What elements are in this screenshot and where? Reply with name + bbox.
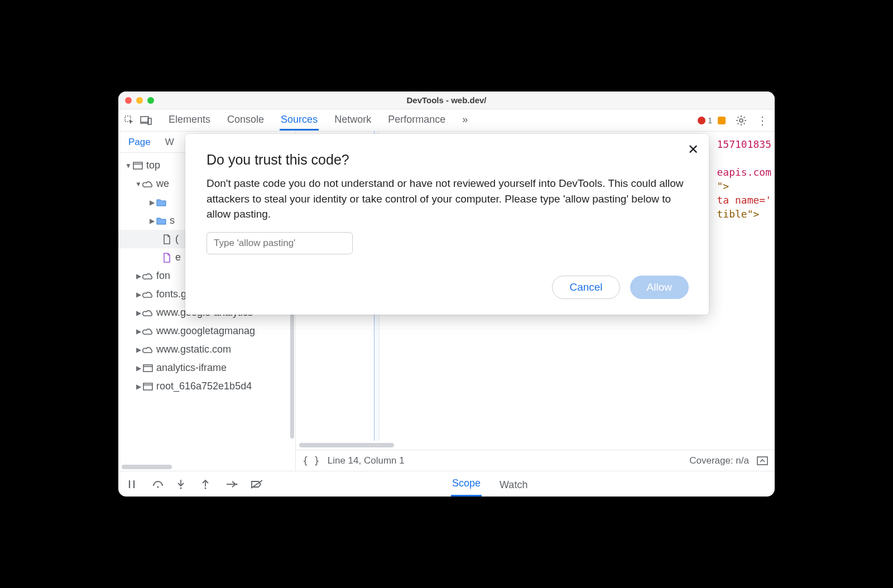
tree-label: e bbox=[175, 252, 181, 263]
tabs-overflow[interactable]: » bbox=[461, 110, 469, 131]
window-icon bbox=[142, 383, 154, 391]
pause-icon[interactable] bbox=[127, 479, 141, 489]
dialog-close-icon[interactable]: ✕ bbox=[688, 142, 699, 157]
debugger-drawer: Scope Watch bbox=[118, 471, 775, 497]
file-icon bbox=[161, 234, 173, 244]
step-out-icon[interactable] bbox=[201, 479, 214, 490]
tree-row[interactable]: ▶analytics-iframe bbox=[118, 359, 295, 377]
error-badge[interactable]: 1 bbox=[698, 116, 712, 125]
tree-row[interactable]: ▶www.gstatic.com bbox=[118, 340, 295, 359]
cancel-button[interactable]: Cancel bbox=[552, 276, 620, 299]
cursor-position: Line 14, Column 1 bbox=[328, 455, 405, 466]
disclosure-triangle-icon[interactable]: ▶ bbox=[135, 291, 142, 298]
cloud-icon bbox=[142, 180, 154, 188]
disclosure-triangle-icon[interactable]: ▼ bbox=[135, 180, 142, 188]
allow-pasting-input[interactable] bbox=[207, 232, 353, 254]
disclosure-triangle-icon[interactable]: ▶ bbox=[135, 272, 142, 280]
tab-elements[interactable]: Elements bbox=[167, 110, 212, 131]
minimize-window-button[interactable] bbox=[136, 97, 143, 104]
allow-button[interactable]: Allow bbox=[630, 276, 689, 299]
dialog-title: Do you trust this code? bbox=[207, 152, 689, 168]
cloud-icon bbox=[142, 346, 154, 354]
tree-label: s bbox=[170, 215, 175, 226]
coverage-status: Coverage: n/a bbox=[689, 455, 749, 466]
disclosure-triangle-icon[interactable]: ▶ bbox=[135, 327, 142, 335]
traffic-lights bbox=[125, 97, 154, 104]
disclosure-triangle-icon[interactable]: ▶ bbox=[135, 346, 142, 354]
step-into-icon[interactable] bbox=[176, 479, 190, 490]
code-fragment: tible"> bbox=[717, 207, 771, 221]
tab-performance[interactable]: Performance bbox=[387, 110, 446, 131]
devtools-window: DevTools - web.dev/ Elements Console Sou… bbox=[118, 91, 775, 497]
svg-rect-5 bbox=[143, 365, 152, 372]
svg-rect-4 bbox=[133, 162, 142, 169]
editor-statusbar: { } Line 14, Column 1 Coverage: n/a bbox=[296, 450, 775, 471]
step-icon[interactable] bbox=[225, 480, 239, 488]
sidebar-horizontal-scrollbar[interactable] bbox=[118, 463, 295, 471]
tree-label: analytics-iframe bbox=[156, 362, 227, 374]
window-icon bbox=[142, 364, 154, 372]
svg-point-11 bbox=[236, 483, 238, 485]
statusbar-expand-icon[interactable] bbox=[757, 456, 768, 465]
disclosure-triangle-icon[interactable]: ▶ bbox=[135, 364, 142, 372]
folder-icon bbox=[155, 217, 167, 225]
cloud-icon bbox=[142, 291, 154, 298]
code-fragment: ta name=' bbox=[717, 193, 771, 207]
window-titlebar: DevTools - web.dev/ bbox=[118, 91, 775, 109]
tab-console[interactable]: Console bbox=[226, 110, 265, 131]
svg-rect-1 bbox=[141, 117, 148, 122]
debugger-controls bbox=[118, 471, 442, 497]
warning-badge[interactable] bbox=[718, 117, 728, 124]
tree-label: we bbox=[156, 178, 169, 190]
inspect-element-icon[interactable] bbox=[123, 114, 136, 127]
cloud-icon bbox=[142, 309, 154, 317]
drawer-tabs: Scope Watch bbox=[442, 471, 775, 497]
cloud-icon bbox=[142, 327, 154, 335]
step-over-icon[interactable] bbox=[152, 479, 165, 489]
svg-rect-6 bbox=[143, 383, 152, 390]
dialog-body: Don't paste code you do not understand o… bbox=[207, 176, 689, 222]
more-menu-icon[interactable]: ⋮ bbox=[755, 114, 770, 127]
devtools-toolbar: Elements Console Sources Network Perform… bbox=[118, 109, 775, 132]
tree-row[interactable]: ▶root_616a752e1b5d4 bbox=[118, 377, 295, 396]
svg-point-10 bbox=[205, 487, 207, 489]
disclosure-triangle-icon[interactable]: ▼ bbox=[125, 162, 132, 170]
editor-horizontal-scrollbar[interactable] bbox=[296, 441, 775, 450]
disclosure-triangle-icon[interactable]: ▶ bbox=[148, 217, 155, 225]
paste-warning-dialog: ✕ Do you trust this code? Don't paste co… bbox=[185, 134, 709, 315]
close-window-button[interactable] bbox=[125, 97, 132, 104]
cloud-icon bbox=[142, 272, 154, 280]
tab-network[interactable]: Network bbox=[333, 110, 372, 131]
pretty-print-icon[interactable]: { } bbox=[303, 455, 320, 466]
settings-gear-icon[interactable] bbox=[733, 115, 749, 126]
toolbar-right: 1 ⋮ bbox=[698, 114, 770, 127]
sidebar-tab-page[interactable]: Page bbox=[128, 137, 151, 148]
panel-tabs: Elements Console Sources Network Perform… bbox=[167, 110, 469, 131]
tree-label: top bbox=[146, 160, 160, 171]
code-fragment: 157101835 bbox=[717, 137, 771, 151]
error-icon bbox=[698, 117, 705, 124]
warning-icon bbox=[718, 117, 726, 124]
file-css-icon bbox=[161, 253, 173, 263]
code-fragment: eapis.com bbox=[717, 165, 771, 179]
sidebar-tab-other[interactable]: W bbox=[165, 137, 174, 148]
disclosure-triangle-icon[interactable]: ▶ bbox=[135, 383, 142, 391]
disclosure-triangle-icon[interactable]: ▶ bbox=[148, 199, 155, 206]
tab-sources[interactable]: Sources bbox=[280, 110, 319, 131]
device-toolbar-icon[interactable] bbox=[140, 114, 153, 127]
drawer-tab-scope[interactable]: Scope bbox=[451, 472, 482, 497]
tree-label: ( bbox=[175, 233, 179, 245]
disclosure-triangle-icon[interactable]: ▶ bbox=[135, 309, 142, 317]
error-count: 1 bbox=[708, 116, 712, 125]
code-fragment: "> bbox=[717, 179, 771, 193]
tree-label: fon bbox=[156, 270, 170, 282]
tree-label: root_616a752e1b5d4 bbox=[156, 380, 252, 392]
svg-point-8 bbox=[157, 486, 159, 488]
svg-rect-7 bbox=[757, 457, 767, 465]
window-icon bbox=[132, 162, 144, 170]
deactivate-breakpoints-icon[interactable] bbox=[250, 479, 263, 489]
zoom-window-button[interactable] bbox=[147, 97, 154, 104]
tree-label: www.googletagmanag bbox=[156, 325, 255, 337]
tree-row[interactable]: ▶www.googletagmanag bbox=[118, 322, 295, 340]
drawer-tab-watch[interactable]: Watch bbox=[498, 474, 529, 497]
